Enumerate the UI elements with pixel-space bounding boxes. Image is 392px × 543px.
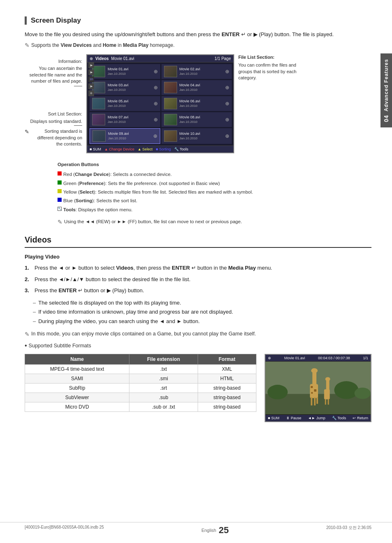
svg-rect-9: [314, 397, 316, 405]
page-footer: [400019-Euro]BN68-02655A-00L06.indb 25 E…: [0, 522, 392, 536]
icon-row-4: ▶: [88, 83, 94, 89]
step-2-text: Press the ◄/►/▲/▼ button to select the d…: [35, 275, 191, 284]
video-time: 00:04:03 / 00:07:38: [318, 356, 350, 360]
sort-label: Sort List Section:: [48, 111, 82, 116]
item-info-3: Movie 03.avi Jan.10.2010: [108, 83, 129, 92]
screen-top-bar: ⊕ Videos Movie 01.avi 1/1 Page: [87, 55, 233, 62]
square-green: [58, 180, 62, 185]
op-green-text: Green (Preference): Sets the file prefer…: [63, 180, 220, 187]
screen-body: ▶ ▶ 10 ▶ ⊕ Movie 01.avi Jan.10.2010: [87, 62, 233, 146]
screen-header-file: Movie 01.avi: [111, 56, 212, 61]
screen-item-1: Movie 01.avi Jan.10.2010 ⊕: [90, 64, 160, 79]
bullet-3-text: During playing the video, you can search…: [38, 317, 200, 326]
table-side: Name File extension Format MPEG-4 time-b…: [25, 354, 256, 422]
bullet-2-text: If video time information is unknown, pl…: [38, 308, 233, 317]
screen-header-title: Videos: [95, 56, 109, 61]
table-row: Micro DVD .sub or .txt string-based: [25, 402, 256, 411]
screen-left-icons: ▶ ▶ 10 ▶ ⊕: [88, 62, 94, 96]
svg-rect-15: [326, 380, 330, 390]
step-3-num: 3.: [25, 287, 32, 295]
col-ext: File extension: [129, 354, 198, 364]
svg-point-3: [334, 381, 358, 399]
item-date-8: Jan.10.2010: [180, 120, 201, 124]
item-date-5: Jan.10.2010: [108, 104, 129, 108]
row-3-ext: .srt: [129, 383, 198, 393]
side-tab-num: 04: [383, 115, 390, 122]
section-title: Screen Display: [25, 16, 371, 25]
bullet-1-text: The selected file is displayed on the to…: [38, 299, 181, 307]
row-1-format: XML: [198, 364, 256, 374]
using-note-icon: ✎: [58, 219, 62, 225]
item-name-4: Movie 04.avi: [180, 83, 201, 87]
video-tools: 🔧 Tools: [332, 416, 346, 420]
screen-item-2: Movie 02.avi Jan.10.2010 ⊕: [161, 64, 232, 79]
row-4-format: string-based: [198, 393, 256, 402]
footer-file-info: [400019-Euro]BN68-02655A-00L06.indb 25: [25, 525, 104, 536]
op-yellow-text: Yellow (Select): Selects multiple files …: [63, 188, 253, 196]
table-row: SAMI .smi HTML: [25, 374, 256, 383]
info-label: Information:: [58, 59, 82, 64]
using-note-text: Using the ◄◄ (REW) or ►► (FF) button, fi…: [64, 219, 242, 224]
item-name-5: Movie 05.avi: [108, 99, 129, 103]
thumb-2: [164, 66, 177, 77]
item-icon-8: ⊕: [225, 117, 229, 122]
item-date-10: Jan.10.2010: [180, 136, 201, 140]
using-note: ✎ Using the ◄◄ (REW) or ►► (FF) button, …: [58, 219, 371, 225]
item-info-6: Movie 06.avi Jan.10.2010: [180, 99, 201, 108]
screen-item-9: Movie 09.avi Jan.10.2010 ⊕: [90, 128, 160, 144]
thumb-6: [164, 98, 177, 109]
screen-mockup: ⊕ Videos Movie 01.avi 1/1 Page ▶ ▶ 10 ▶ …: [86, 54, 234, 153]
video-mockup: ⊕ Movie 01.avi 00:04:03 / 00:07:38 1/1: [265, 354, 371, 422]
table-header-row: Name File extension Format: [25, 354, 256, 364]
video-pause: ⏸ Pause: [286, 416, 301, 420]
svg-rect-14: [324, 389, 330, 400]
row-2-format: HTML: [198, 374, 256, 383]
item-icon-1: ⊕: [154, 69, 158, 74]
info-connector: [25, 86, 82, 86]
op-tools-text: Tools: Displays the option menu.: [63, 206, 133, 213]
video-return: ↩ Return: [353, 416, 368, 420]
video-file: Movie 01.avi: [284, 356, 305, 360]
op-red-text: Red (Change Device): Selects a connected…: [63, 171, 172, 178]
item-info-8: Movie 08.avi Jan.10.2010: [180, 115, 201, 124]
svg-rect-13: [311, 392, 313, 394]
item-icon-7: ⊕: [154, 117, 158, 122]
sort-note-block: ✎ Sorting standard is different dependin…: [25, 128, 82, 147]
bullets-list: – The selected file is displayed on the …: [33, 299, 371, 326]
page-number-right: English 25: [201, 525, 229, 536]
note-game-text: In this mode, you can enjoy movie clips …: [31, 330, 256, 338]
lower-section: Name File extension Format MPEG-4 time-b…: [25, 354, 371, 422]
item-icon-6: ⊕: [225, 101, 229, 106]
screen-item-5: Movie 05.avi Jan.10.2010 ⊕: [90, 96, 160, 111]
square-yellow: [58, 189, 62, 193]
svg-rect-11: [311, 386, 313, 388]
video-main-area: [265, 361, 371, 415]
square-tools: 🔧: [58, 207, 62, 211]
note-game-block: ✎ In this mode, you can enjoy movie clip…: [25, 330, 371, 339]
item-icon-9: ⊕: [153, 133, 157, 139]
item-info-4: Movie 04.avi Jan.10.2010: [180, 83, 201, 92]
op-tools: 🔧 Tools: Displays the option menu.: [58, 206, 371, 213]
svg-point-4: [355, 388, 371, 399]
video-jump: ◄► Jump: [308, 416, 325, 420]
item-date-3: Jan.10.2010: [108, 88, 129, 92]
op-blue: Blue (Sorting): Selects the sort list.: [58, 197, 371, 204]
step-2: 2. Press the ◄/►/▲/▼ button to select th…: [25, 275, 371, 284]
step-1: 1. Press the ◄ or ► button to select Vid…: [25, 264, 371, 272]
dash-1: –: [33, 299, 36, 307]
videos-section-title: Videos: [25, 235, 371, 248]
svg-rect-10: [316, 397, 318, 404]
supported-label-block: • Supported Subtitle Formats: [25, 342, 371, 350]
info-label-block: Information: You can ascertain the selec…: [25, 58, 82, 87]
intro-paragraph: Move to the file you desired using the u…: [25, 30, 371, 39]
sort-desc: Displays sorting standard.: [25, 118, 82, 125]
screen-header-icon: ⊕: [90, 56, 93, 61]
note-game-icon: ✎: [25, 330, 30, 339]
screen-header-page: 1/1 Page: [214, 56, 231, 61]
item-icon-5: ⊕: [154, 101, 158, 106]
footer-date: 2010-03-03 오전 2:36:05: [326, 525, 371, 536]
bullet-3: – During playing the video, you can sear…: [33, 317, 371, 326]
step-1-text: Press the ◄ or ► button to select Videos…: [35, 264, 272, 272]
square-red: [58, 171, 62, 176]
row-5-name: Micro DVD: [25, 402, 129, 411]
